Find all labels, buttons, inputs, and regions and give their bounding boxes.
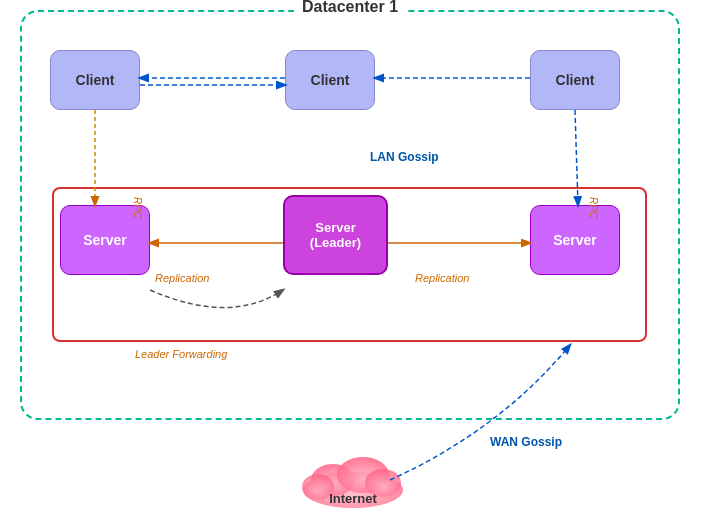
replication-right-label: Replication — [415, 272, 469, 284]
wan-gossip-label: WAN Gossip — [490, 435, 562, 449]
client-node-center: Client — [285, 50, 375, 110]
leader-forwarding-label: Leader Forwarding — [135, 348, 227, 360]
svg-text:Internet: Internet — [329, 491, 377, 506]
server-node-right: Server — [530, 205, 620, 275]
rpc-left-label: RPC — [132, 197, 143, 218]
server-node-leader: Server(Leader) — [283, 195, 388, 275]
internet-cloud: Internet — [283, 445, 423, 515]
rpc-right-label: RPC — [588, 197, 599, 218]
client-node-right: Client — [530, 50, 620, 110]
replication-left-label: Replication — [155, 272, 209, 284]
lan-gossip-label: LAN Gossip — [370, 150, 439, 164]
datacenter-label: Datacenter 1 — [294, 0, 406, 16]
client-node-left: Client — [50, 50, 140, 110]
